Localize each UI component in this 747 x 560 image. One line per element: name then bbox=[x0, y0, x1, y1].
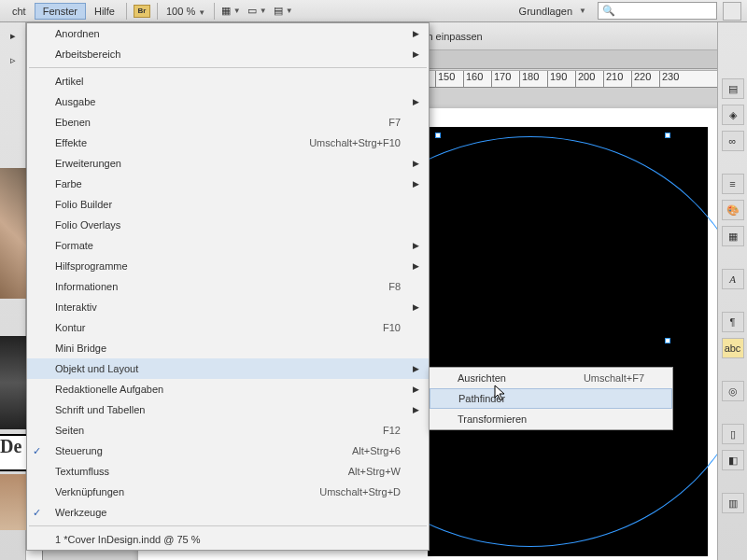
menu-item[interactable]: Anordnen▶ bbox=[27, 23, 429, 44]
submenu-arrow-icon: ▶ bbox=[413, 179, 419, 189]
menu-item-label: Folio Builder bbox=[55, 199, 112, 210]
zoom-level[interactable]: 100 %▼ bbox=[166, 6, 205, 17]
bridge-icon[interactable]: Br bbox=[134, 5, 150, 18]
menu-item[interactable]: KonturF10 bbox=[27, 317, 429, 338]
menu-item[interactable]: SeitenF12 bbox=[27, 420, 429, 441]
menu-item[interactable]: InformationenF8 bbox=[27, 276, 429, 297]
submenu-arrow-icon: ▶ bbox=[413, 364, 419, 373]
submenu-arrow-icon: ▶ bbox=[413, 261, 419, 271]
links-panel-icon[interactable]: ∞ bbox=[722, 131, 744, 151]
submenu-item[interactable]: Transformieren bbox=[430, 409, 672, 429]
stroke-panel-icon[interactable]: ≡ bbox=[722, 174, 744, 194]
menu-item-label: Ausgabe bbox=[55, 96, 95, 107]
search-input[interactable]: 🔍 bbox=[598, 2, 717, 20]
menu-item-label: Mini Bridge bbox=[55, 343, 106, 354]
mouse-cursor-icon bbox=[494, 385, 507, 404]
paragraph-panel-icon[interactable]: ¶ bbox=[722, 312, 744, 332]
menu-item[interactable]: TextumflussAlt+Strg+W bbox=[27, 461, 429, 482]
menu-item[interactable]: EbenenF7 bbox=[27, 112, 429, 133]
direct-select-tool-icon[interactable]: ▹ bbox=[2, 49, 24, 71]
menu-item-label: Effekte bbox=[55, 137, 87, 148]
menu-item-label: Interaktiv bbox=[55, 301, 97, 313]
menu-item[interactable]: Redaktionelle Aufgaben▶ bbox=[27, 379, 429, 399]
menu-item[interactable]: Mini Bridge bbox=[27, 338, 429, 358]
submenu-item-label: Ausrichten bbox=[458, 372, 506, 384]
menu-item[interactable]: Hilfsprogramme▶ bbox=[27, 256, 429, 276]
object-layout-submenu: AusrichtenUmschalt+F7PathfinderTransform… bbox=[429, 367, 673, 430]
menu-item-label: Anordnen bbox=[55, 28, 100, 39]
menu-shortcut: Umschalt+Strg+F10 bbox=[309, 137, 401, 148]
menu-item[interactable]: VerknüpfungenUmschalt+Strg+D bbox=[27, 482, 429, 502]
window-control-icon[interactable] bbox=[723, 2, 741, 21]
menu-item-prev[interactable]: cht bbox=[4, 3, 35, 20]
menu-item-label: Textumfluss bbox=[55, 466, 109, 477]
menu-shortcut: Alt+Strg+W bbox=[348, 466, 401, 477]
color-panel-icon[interactable]: 🎨 bbox=[722, 200, 744, 220]
ruler-tick: 180 bbox=[519, 71, 547, 87]
menu-item[interactable]: Folio Builder bbox=[27, 194, 429, 215]
magnifier-icon: 🔍 bbox=[602, 5, 615, 17]
menu-item[interactable]: Farbe▶ bbox=[27, 174, 429, 194]
menu-item[interactable]: Ausgabe▶ bbox=[27, 91, 429, 112]
selection-tool-icon[interactable]: ▸ bbox=[2, 24, 24, 47]
menu-item-label: Arbeitsbereich bbox=[55, 49, 120, 60]
swatches-panel-icon[interactable]: ▦ bbox=[722, 226, 744, 246]
ruler-tick: 220 bbox=[631, 71, 659, 87]
menu-item[interactable]: Arbeitsbereich▶ bbox=[27, 44, 429, 64]
object-styles-panel-icon[interactable]: ◎ bbox=[722, 381, 744, 401]
selection-handle[interactable] bbox=[435, 133, 441, 138]
ruler-tick: 190 bbox=[547, 71, 575, 87]
canvas-image-fragment bbox=[0, 168, 26, 299]
submenu-arrow-icon: ▶ bbox=[413, 302, 419, 312]
submenu-item[interactable]: Pathfinder bbox=[430, 388, 672, 409]
character-panel-icon[interactable]: A bbox=[722, 269, 744, 289]
submenu-item[interactable]: AusrichtenUmschalt+F7 bbox=[430, 368, 672, 388]
menu-item-window[interactable]: Fenster bbox=[35, 3, 86, 20]
menu-item[interactable]: 1 *Cover InDesign.indd @ 75 % bbox=[27, 529, 429, 550]
menu-item[interactable]: Erweiterungen▶ bbox=[27, 153, 429, 174]
menu-item-label: Ebenen bbox=[55, 117, 91, 128]
menu-item[interactable]: ✓SteuerungAlt+Strg+6 bbox=[27, 441, 429, 461]
menu-bar: cht Fenster Hilfe Br 100 %▼ ▦▼ ▭▼ ▤▼ Gru… bbox=[0, 0, 747, 22]
menu-item[interactable]: ✓Werkzeuge bbox=[27, 502, 429, 523]
menu-item-label: Schrift und Tabellen bbox=[55, 404, 145, 415]
separator bbox=[126, 3, 127, 20]
view-options-icon[interactable]: ▦▼ bbox=[221, 3, 240, 20]
layers-panel-icon[interactable]: ◈ bbox=[722, 105, 744, 125]
submenu-item-label: Transformieren bbox=[458, 413, 527, 425]
pages-panel-icon[interactable]: ▤ bbox=[722, 78, 744, 99]
menu-item-label: Steuerung bbox=[55, 445, 103, 456]
selection-handle[interactable] bbox=[665, 133, 670, 138]
menu-item-help[interactable]: Hilfe bbox=[86, 3, 123, 20]
menu-item[interactable]: EffekteUmschalt+Strg+F10 bbox=[27, 133, 429, 153]
menu-item-label: Farbe bbox=[55, 178, 82, 189]
menu-item[interactable]: Schrift und Tabellen▶ bbox=[27, 399, 429, 420]
submenu-arrow-icon: ▶ bbox=[413, 97, 419, 106]
screen-mode-icon[interactable]: ▭▼ bbox=[247, 3, 266, 20]
menu-item[interactable]: Objekt und Layout▶ bbox=[27, 358, 429, 379]
separator bbox=[214, 3, 215, 20]
canvas-image-fragment bbox=[0, 474, 26, 530]
ruler-tick: 200 bbox=[575, 71, 603, 87]
submenu-arrow-icon: ▶ bbox=[413, 29, 419, 38]
menu-item[interactable]: Folio Overlays bbox=[27, 215, 429, 235]
arrange-docs-icon[interactable]: ▤▼ bbox=[274, 3, 292, 20]
submenu-arrow-icon: ▶ bbox=[413, 49, 419, 59]
menu-item-label: Verknüpfungen bbox=[55, 486, 124, 497]
selection-handle[interactable] bbox=[665, 338, 670, 343]
menu-item-label: Werkzeuge bbox=[55, 507, 106, 518]
pathfinder-panel-icon[interactable]: ◧ bbox=[722, 450, 744, 470]
panel-dock: ▤ ◈ ∞ ≡ 🎨 ▦ A ¶ abc ◎ ▯ ◧ ▥ bbox=[717, 22, 747, 560]
workspace-dropdown[interactable]: Grundlagen▼ bbox=[514, 4, 592, 19]
align-panel-icon[interactable]: ▯ bbox=[722, 424, 744, 444]
panel-icon[interactable]: ▥ bbox=[722, 493, 744, 513]
check-icon: ✓ bbox=[33, 507, 41, 519]
menu-item[interactable]: Formate▶ bbox=[27, 235, 429, 256]
menu-shortcut: F7 bbox=[388, 117, 401, 128]
glyphs-panel-icon[interactable]: abc bbox=[722, 338, 744, 358]
menu-item[interactable]: Artikel bbox=[27, 71, 429, 91]
menu-shortcut: Umschalt+Strg+D bbox=[319, 486, 401, 497]
menu-item[interactable]: Interaktiv▶ bbox=[27, 297, 429, 317]
canvas-image-fragment bbox=[0, 336, 26, 429]
submenu-arrow-icon: ▶ bbox=[413, 159, 419, 168]
